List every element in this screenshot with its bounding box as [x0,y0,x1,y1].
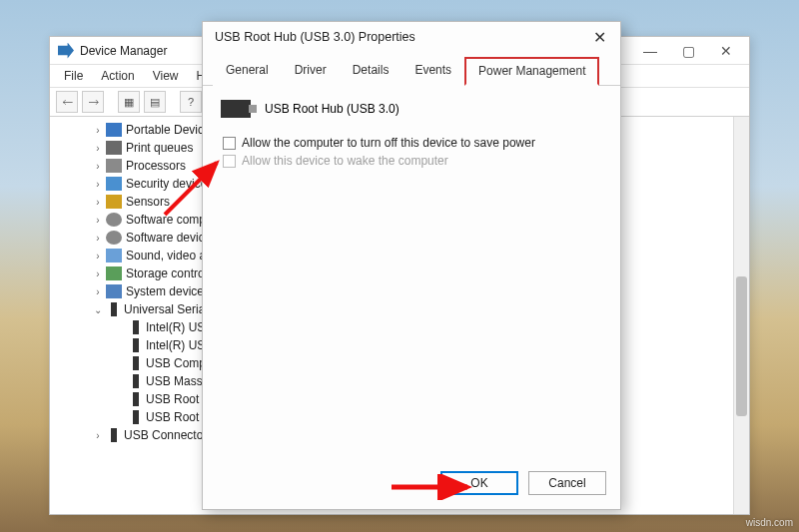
usb-icon [111,302,117,316]
usb-icon [133,338,139,352]
expand-icon[interactable]: › [92,125,104,136]
tree-item-label: Security devices [126,177,213,191]
sys-icon [106,284,122,298]
scrollbar-thumb[interactable] [736,276,747,416]
toolbar-show-hidden-button[interactable]: ▦ [118,91,140,113]
properties-button-row: OK Cancel [203,461,620,509]
tab-events[interactable]: Events [401,57,464,86]
expand-icon[interactable]: › [92,268,104,279]
tree-item-label: Sensors [126,195,170,209]
expand-icon[interactable]: › [92,179,104,190]
toolbar-back-button[interactable]: 🡐 [56,91,78,113]
stor-icon [106,266,122,280]
collapse-icon[interactable]: ⌄ [92,304,104,315]
device-tree-scrollbar[interactable] [733,117,749,514]
checkbox-allow-wake-label: Allow this device to wake the computer [242,154,448,168]
expand-icon[interactable]: › [92,233,104,244]
watermark: wisdn.com [746,517,793,528]
usb-icon [133,320,139,334]
expand-icon[interactable]: › [92,143,104,154]
toolbar-help-button[interactable]: ? [180,91,202,113]
expand-icon[interactable]: › [92,197,104,208]
sens-icon [106,195,122,209]
properties-dialog: USB Root Hub (USB 3.0) Properties ✕ Gene… [202,21,621,510]
expand-icon[interactable]: › [92,251,104,262]
toolbar-forward-button[interactable]: 🡒 [82,91,104,113]
gear-icon [106,213,122,227]
usb-icon [111,428,117,442]
menu-action[interactable]: Action [93,67,142,85]
tab-power-management[interactable]: Power Management [464,57,599,86]
close-button[interactable]: ✕ [707,39,745,63]
properties-title: USB Root Hub (USB 3.0) Properties [215,30,584,44]
tab-general[interactable]: General [213,57,282,86]
usb-device-icon [221,100,251,118]
properties-tabs: General Driver Details Events Power Mana… [203,52,620,86]
device-manager-icon [58,43,74,59]
expand-icon[interactable]: › [92,286,104,297]
mon-icon [106,123,122,137]
checkbox-allow-turn-off[interactable] [223,137,236,150]
tree-item-label: Print queues [126,141,193,155]
snd-icon [106,249,122,263]
cancel-button[interactable]: Cancel [528,471,606,495]
option-allow-turn-off-row[interactable]: Allow the computer to turn off this devi… [223,136,602,150]
tree-item-label: System devices [126,284,210,298]
maximize-button[interactable]: ▢ [669,39,707,63]
properties-close-button[interactable]: ✕ [584,25,614,49]
usb-icon [133,356,139,370]
sec-icon [106,177,122,191]
tab-details[interactable]: Details [340,57,402,86]
gear-icon [106,231,122,245]
expand-icon[interactable]: › [92,215,104,226]
option-allow-wake-row: Allow this device to wake the computer [223,154,602,168]
cpu-icon [106,159,122,173]
toolbar-properties-button[interactable]: ▤ [144,91,166,113]
checkbox-allow-turn-off-label: Allow the computer to turn off this devi… [242,136,535,150]
tab-driver[interactable]: Driver [282,57,340,86]
properties-body: USB Root Hub (USB 3.0) Allow the compute… [203,86,620,461]
ok-button[interactable]: OK [440,471,518,495]
usb-icon [133,374,139,388]
tree-item-label: Processors [126,159,186,173]
properties-titlebar[interactable]: USB Root Hub (USB 3.0) Properties ✕ [203,22,620,52]
checkbox-allow-wake [223,155,236,168]
prn-icon [106,141,122,155]
usb-icon [133,410,139,424]
expand-icon[interactable]: › [92,161,104,172]
usb-icon [133,392,139,406]
menu-file[interactable]: File [56,67,91,85]
menu-view[interactable]: View [145,67,187,85]
expand-icon[interactable]: › [92,430,104,441]
minimize-button[interactable]: — [631,39,669,63]
device-name-label: USB Root Hub (USB 3.0) [265,102,400,116]
